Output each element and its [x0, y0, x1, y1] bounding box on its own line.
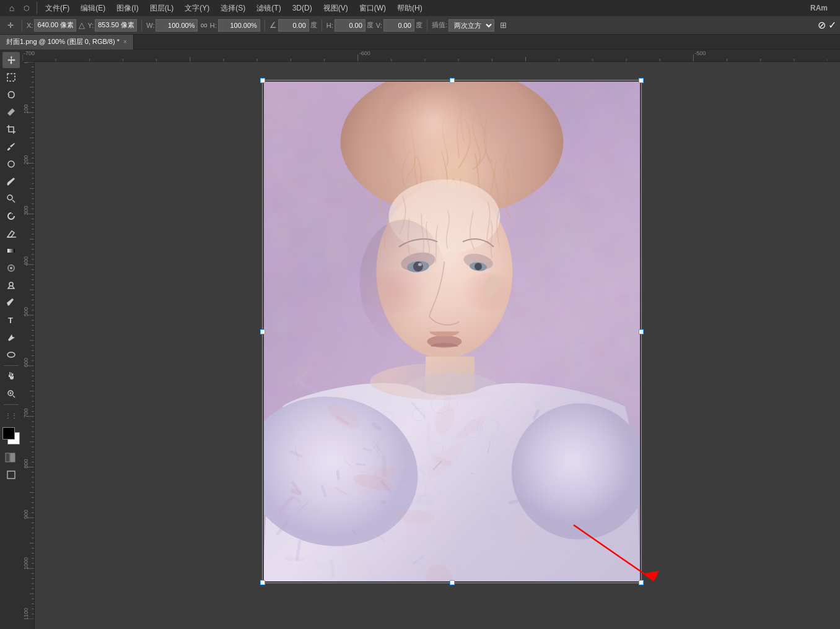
svg-point-6: [9, 282, 13, 286]
svg-point-2: [7, 184, 9, 186]
y-label: Y:: [87, 22, 94, 29]
warp-icon[interactable]: ⊞: [497, 19, 510, 32]
foreground-color-swatch[interactable]: [2, 427, 15, 440]
x-input[interactable]: [34, 19, 76, 32]
w-input[interactable]: [155, 19, 198, 32]
menu-select[interactable]: 选择(S): [216, 2, 250, 15]
svg-rect-12: [7, 471, 15, 479]
hskew-label: H:: [326, 22, 333, 29]
hskew-input[interactable]: [335, 19, 365, 32]
interpolation-field: 插值: 两次立方 两次线性 最近邻: [432, 19, 494, 32]
confirm-transform-icon[interactable]: ✓: [828, 19, 836, 31]
interpolation-label: 插值:: [432, 20, 447, 30]
w-field: W:: [146, 19, 198, 32]
tool-path-select[interactable]: [2, 329, 20, 345]
tool-crop[interactable]: [2, 121, 20, 137]
svg-point-5: [10, 267, 12, 269]
h-field: H:: [210, 19, 260, 32]
menu-edit[interactable]: 编辑(E): [76, 2, 110, 15]
menu-text[interactable]: 文字(Y): [180, 2, 214, 15]
tool-clone-stamp[interactable]: [2, 191, 20, 207]
rotate-degree-label: 度: [310, 20, 317, 30]
tool-blur[interactable]: [2, 260, 20, 276]
h-input[interactable]: [218, 19, 260, 32]
menu-view[interactable]: 视图(V): [318, 2, 353, 15]
svg-text:T: T: [8, 316, 13, 325]
tab-close-button[interactable]: ×: [123, 38, 127, 45]
color-selector[interactable]: [2, 427, 20, 445]
h-label: H:: [210, 22, 217, 29]
vskew-label: V:: [376, 22, 382, 29]
rotate-icon: ∠: [269, 20, 277, 30]
ruler-left: [22, 62, 35, 629]
x-label: X:: [27, 22, 33, 29]
link-wh-icon[interactable]: ∞: [200, 20, 207, 31]
menu-filter[interactable]: 滤镜(T): [252, 2, 286, 15]
tab-label: 封面1.png @ 100% (图层 0, RGB/8) *: [6, 37, 120, 46]
vskew-degree-label: 度: [416, 20, 422, 30]
w-label: W:: [146, 22, 154, 29]
canvas-container: [264, 82, 640, 583]
rotate-input[interactable]: [278, 19, 309, 32]
rotate-field: ∠ 度: [269, 19, 317, 32]
y-input[interactable]: [95, 19, 137, 32]
canvas-area[interactable]: [35, 62, 840, 629]
artwork: [264, 82, 640, 581]
document-tab[interactable]: 封面1.png @ 100% (图层 0, RGB/8) * ×: [0, 35, 134, 50]
ruler-top: [22, 50, 840, 62]
tool-eyedropper[interactable]: [2, 139, 20, 155]
cancel-transform-icon[interactable]: ⊘: [818, 19, 826, 31]
home-icon[interactable]: ⌂: [5, 1, 19, 15]
tool-dodge[interactable]: [2, 277, 20, 293]
move-tool-icon: ✛: [4, 19, 17, 32]
svg-point-1: [8, 161, 14, 167]
tool-options-icon[interactable]: ⬡: [20, 1, 33, 15]
svg-marker-14: [645, 571, 659, 581]
menu-file[interactable]: 文件(F): [40, 2, 74, 15]
tool-magic-wand[interactable]: [2, 104, 20, 120]
svg-rect-10: [6, 453, 10, 462]
options-toolbar: ✛ X: △ Y: W: ∞ H: ∠ 度 H: 度 V: 度: [0, 16, 840, 35]
tool-type[interactable]: T: [2, 312, 20, 328]
vskew-field: V: 度: [376, 19, 422, 32]
tool-pen[interactable]: [2, 295, 20, 311]
vskew-input[interactable]: [383, 19, 414, 32]
left-toolbar: T ⋮⋮: [0, 50, 22, 629]
quick-mask-icon[interactable]: [2, 449, 20, 466]
interpolation-select[interactable]: 两次立方 两次线性 最近邻: [448, 19, 494, 32]
menu-3d[interactable]: 3D(D): [287, 2, 317, 14]
svg-rect-4: [7, 249, 15, 253]
menu-help[interactable]: 帮助(H): [392, 2, 427, 15]
tool-extra-1[interactable]: ⋮⋮: [2, 407, 20, 423]
y-field: Y:: [87, 19, 137, 32]
tool-move[interactable]: [2, 52, 20, 68]
svg-point-3: [7, 195, 12, 200]
tool-lasso[interactable]: [2, 87, 20, 103]
screen-mode-icon[interactable]: [2, 467, 20, 483]
tab-bar: 封面1.png @ 100% (图层 0, RGB/8) * ×: [0, 35, 840, 50]
svg-rect-0: [7, 74, 15, 81]
x-field: X:: [27, 19, 76, 32]
svg-rect-11: [11, 453, 15, 462]
menu-window[interactable]: 窗口(W): [354, 2, 391, 15]
svg-point-8: [7, 352, 15, 357]
tool-history-brush[interactable]: [2, 208, 20, 224]
menu-image[interactable]: 图像(I): [112, 2, 143, 15]
menu-bar: ⌂ ⬡ 文件(F) 编辑(E) 图像(I) 图层(L) 文字(Y) 选择(S) …: [0, 0, 840, 16]
menu-layer[interactable]: 图层(L): [145, 2, 179, 15]
tool-hand[interactable]: [2, 368, 20, 384]
tool-marquee-rect[interactable]: [2, 69, 20, 85]
hskew-field: H: 度: [326, 19, 374, 32]
hskew-degree-label: 度: [367, 20, 374, 30]
tool-shape-ellipse[interactable]: [2, 347, 20, 363]
tool-brush[interactable]: [2, 173, 20, 189]
tool-zoom[interactable]: [2, 386, 20, 402]
tool-spot-heal[interactable]: [2, 156, 20, 172]
ram-indicator: RAm: [810, 4, 835, 12]
tool-eraser[interactable]: [2, 225, 20, 241]
delta-icon: △: [79, 20, 85, 30]
tool-gradient[interactable]: [2, 243, 20, 259]
